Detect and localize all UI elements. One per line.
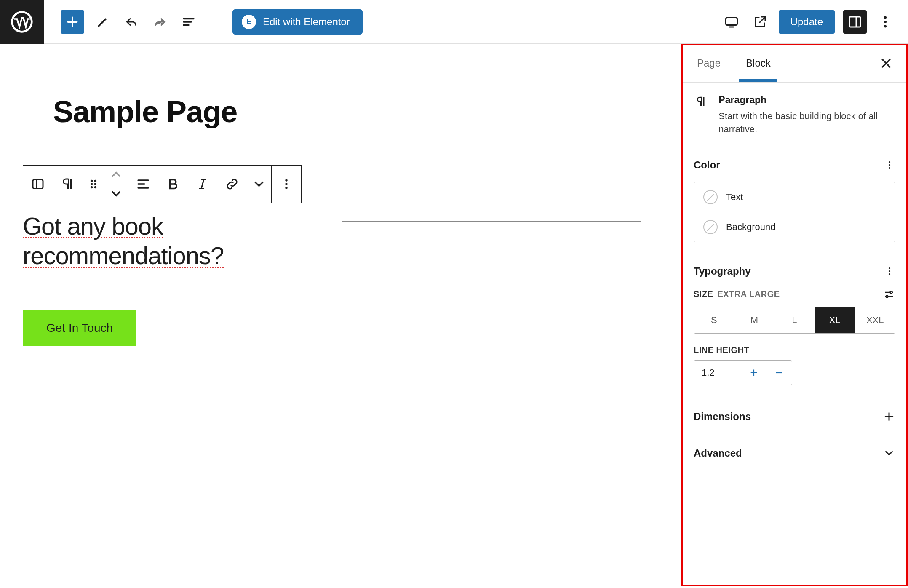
color-panel-head[interactable]: Color xyxy=(681,148,908,182)
toolbar-right: Update xyxy=(721,10,908,34)
chevron-down-icon xyxy=(883,447,895,460)
svg-point-18 xyxy=(889,167,890,168)
undo-button[interactable] xyxy=(121,12,142,32)
size-label: SIZEEXTRA LARGE xyxy=(694,289,780,299)
typography-panel-head[interactable]: Typography xyxy=(681,254,908,288)
view-page-button[interactable] xyxy=(750,12,770,32)
pencil-icon xyxy=(95,14,110,29)
line-height-value[interactable]: 1.2 xyxy=(694,361,741,385)
page-title[interactable]: Sample Page xyxy=(53,94,237,129)
typography-panel: Typography SIZEEXTRA LARGE S M L XL XXL … xyxy=(681,254,908,398)
svg-point-16 xyxy=(889,161,890,163)
desktop-icon xyxy=(724,14,739,29)
redo-icon xyxy=(152,14,168,29)
italic-button[interactable] xyxy=(188,166,217,203)
chevron-up-icon[interactable] xyxy=(109,167,123,182)
size-s[interactable]: S xyxy=(694,307,734,333)
chevron-down-icon[interactable] xyxy=(109,187,123,201)
view-desktop-button[interactable] xyxy=(721,12,742,32)
transform-button[interactable] xyxy=(53,166,83,203)
update-button[interactable]: Update xyxy=(779,10,835,34)
paragraph-block[interactable]: Got any book recommendations? xyxy=(23,211,224,270)
editor-canvas[interactable]: Sample Page xyxy=(0,44,681,588)
line-height-control: 1.2 + − xyxy=(694,360,792,385)
tab-page[interactable]: Page xyxy=(693,45,725,82)
size-xxl[interactable]: XXL xyxy=(855,307,895,333)
svg-rect-6 xyxy=(33,180,43,189)
size-l[interactable]: L xyxy=(774,307,815,333)
dimensions-heading: Dimensions xyxy=(694,411,751,422)
svg-point-13 xyxy=(285,179,287,181)
drag-handle[interactable] xyxy=(83,166,104,203)
align-left-icon xyxy=(136,176,151,192)
svg-point-8 xyxy=(94,180,96,182)
align-button[interactable] xyxy=(128,166,158,203)
text-color-row[interactable]: Text xyxy=(694,182,895,212)
drag-icon xyxy=(86,176,101,192)
wordpress-icon xyxy=(10,10,34,34)
svg-point-9 xyxy=(91,183,93,185)
size-m[interactable]: M xyxy=(734,307,774,333)
list-view-icon xyxy=(181,14,196,29)
redo-button[interactable] xyxy=(150,12,170,32)
paragraph-line1: Got any book xyxy=(23,212,163,240)
color-heading: Color xyxy=(694,159,720,171)
advanced-heading: Advanced xyxy=(694,447,742,459)
tab-block[interactable]: Block xyxy=(742,45,775,82)
add-block-button[interactable] xyxy=(61,10,84,34)
block-options-button[interactable] xyxy=(272,166,301,203)
size-xl[interactable]: XL xyxy=(815,307,855,333)
paragraph-icon xyxy=(695,95,708,108)
bold-button[interactable] xyxy=(158,166,188,203)
dimensions-panel[interactable]: Dimensions xyxy=(681,398,908,435)
advanced-panel[interactable]: Advanced xyxy=(681,435,908,471)
sidebar-tabs: Page Block xyxy=(681,44,908,83)
selection-indicator xyxy=(342,221,641,222)
more-text-options-button[interactable] xyxy=(247,166,271,203)
more-vertical-icon xyxy=(878,14,893,29)
svg-point-21 xyxy=(889,273,890,275)
svg-rect-1 xyxy=(726,17,737,25)
close-icon xyxy=(879,56,894,71)
empty-swatch-icon xyxy=(703,190,718,204)
line-height-increase[interactable]: + xyxy=(741,361,766,385)
column-icon xyxy=(30,176,45,192)
color-panel: Color Text Background xyxy=(681,148,908,254)
tools-button[interactable] xyxy=(93,12,113,32)
options-menu-button[interactable] xyxy=(875,12,895,32)
undo-icon xyxy=(124,14,139,29)
editor-main: Sample Page xyxy=(0,44,908,588)
svg-point-11 xyxy=(91,186,93,188)
svg-point-19 xyxy=(889,267,890,269)
wordpress-logo-button[interactable] xyxy=(0,0,44,44)
svg-point-14 xyxy=(285,183,287,185)
close-sidebar-button[interactable] xyxy=(876,53,896,73)
chevron-down-icon xyxy=(251,176,267,192)
external-link-icon xyxy=(753,14,768,29)
block-description: Paragraph Start with the basic building … xyxy=(681,83,908,148)
typography-heading: Typography xyxy=(694,265,751,277)
svg-point-5 xyxy=(884,25,887,27)
paragraph-icon xyxy=(60,176,75,192)
plus-icon xyxy=(883,410,895,423)
block-description-text: Start with the basic building block of a… xyxy=(718,110,895,136)
link-button[interactable] xyxy=(217,166,247,203)
button-block[interactable]: Get In Touch xyxy=(23,310,136,346)
svg-point-4 xyxy=(884,21,887,23)
document-overview-button[interactable] xyxy=(179,12,199,32)
link-icon xyxy=(224,176,240,192)
edit-with-elementor-button[interactable]: E Edit with Elementor xyxy=(232,9,363,35)
settings-sidebar: Page Block Paragraph Start with the basi… xyxy=(681,44,908,588)
line-height-decrease[interactable]: − xyxy=(766,361,792,385)
background-color-row[interactable]: Background xyxy=(694,212,895,242)
plus-icon xyxy=(65,14,80,29)
settings-sliders-icon[interactable] xyxy=(883,288,895,301)
bold-icon xyxy=(166,176,181,192)
settings-sidebar-toggle[interactable] xyxy=(843,10,867,34)
more-vertical-icon[interactable] xyxy=(884,265,895,277)
top-toolbar: E Edit with Elementor Update xyxy=(0,0,908,44)
edit-elementor-label: Edit with Elementor xyxy=(263,16,350,28)
svg-point-17 xyxy=(889,164,890,166)
more-vertical-icon[interactable] xyxy=(884,159,895,171)
select-parent-button[interactable] xyxy=(23,166,53,203)
